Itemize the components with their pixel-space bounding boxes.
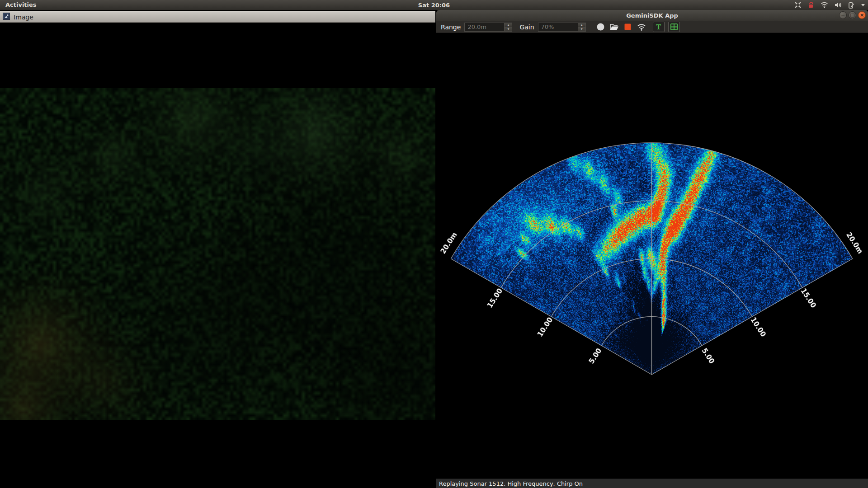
volume-icon[interactable] (835, 2, 842, 8)
sonar-canvas (436, 33, 868, 479)
stop-square-icon[interactable] (623, 23, 633, 32)
gain-label: Gain (519, 23, 534, 31)
battery-edit-icon[interactable] (848, 2, 854, 9)
record-circle-icon[interactable] (596, 23, 606, 32)
system-tray (794, 0, 865, 10)
sonar-window-titlebar[interactable]: GeminiSDK App − □ × (436, 10, 868, 21)
range-up-button[interactable]: ▲ (505, 23, 512, 28)
close-button[interactable]: × (858, 11, 866, 19)
wifi-icon[interactable] (821, 2, 828, 8)
sonar-view: 5.005.0010.0010.0015.0015.0020.0m20.0m (436, 33, 868, 479)
gain-down-button[interactable]: ▼ (578, 27, 585, 31)
image-window-content (0, 23, 435, 488)
wifi-icon[interactable] (637, 23, 646, 32)
activities-button[interactable]: Activities (0, 0, 42, 10)
grid-view-toggle[interactable] (668, 22, 680, 32)
text-overlay-toggle[interactable]: T (653, 22, 665, 32)
sonar-toolbar: Range ▲ ▼ Gain ▲ ▼ (436, 21, 868, 33)
gain-spin-buttons: ▲ ▼ (578, 23, 586, 32)
top-bar: Activities Sat 20:06 (0, 0, 868, 10)
range-spin-buttons: ▲ ▼ (504, 23, 512, 32)
image-window: Image (0, 11, 435, 488)
window-buttons: − □ × (839, 11, 866, 19)
sonar-window: GeminiSDK App − □ × Range ▲ ▼ Gain ▲ (436, 10, 868, 488)
image-window-titlebar[interactable]: Image (0, 11, 435, 23)
unlock-icon[interactable] (808, 1, 814, 9)
arrows-in-icon[interactable] (794, 1, 802, 9)
gain-spinbox: ▲ ▼ (538, 23, 586, 32)
underwater-photo (0, 88, 435, 420)
desktop: Activities Sat 20:06 (0, 0, 868, 488)
clock[interactable]: Sat 20:06 (418, 2, 450, 9)
range-input[interactable] (464, 23, 504, 32)
range-down-button[interactable]: ▼ (505, 27, 512, 31)
range-label: Range (441, 23, 461, 31)
image-window-title: Image (14, 14, 33, 21)
open-folder-icon[interactable] (609, 23, 619, 32)
sonar-window-title: GeminiSDK App (626, 12, 678, 19)
status-bar: Replaying Sonar 1512, High Frequency, Ch… (436, 479, 868, 488)
gain-up-button[interactable]: ▲ (578, 23, 585, 28)
chevron-down-icon[interactable] (861, 3, 865, 7)
gain-input[interactable] (538, 23, 578, 32)
minimize-button[interactable]: − (839, 11, 847, 19)
range-spinbox: ▲ ▼ (464, 23, 512, 32)
image-icon (3, 13, 10, 21)
maximize-button[interactable]: □ (849, 11, 856, 19)
